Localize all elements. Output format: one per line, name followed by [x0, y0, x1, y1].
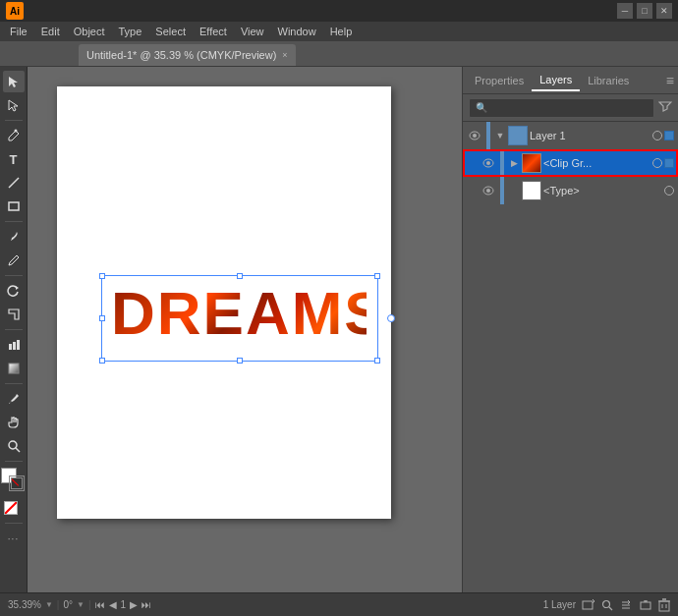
layer1-thumbnail: [508, 126, 528, 145]
rotation-value: 0°: [63, 599, 73, 610]
zoom-tool-button[interactable]: [3, 435, 25, 457]
layer-row-type[interactable]: <Type>: [463, 177, 678, 204]
search-icon: 🔍: [476, 102, 487, 113]
svg-line-1: [9, 178, 19, 188]
layer1-visibility-toggle[interactable]: [467, 128, 482, 143]
paintbrush-tool-button[interactable]: [3, 226, 25, 248]
title-bar: Ai ─ □ ✕: [0, 0, 678, 22]
layer1-name: Layer 1: [530, 130, 650, 141]
type-visibility-toggle[interactable]: [480, 183, 496, 198]
scale-tool-button[interactable]: [3, 304, 25, 325]
layer1-target-icon[interactable]: [652, 131, 662, 140]
layer1-select-icon[interactable]: [664, 131, 674, 140]
maximize-button[interactable]: □: [637, 3, 652, 19]
layer-count: 1 Layer: [543, 599, 576, 610]
svg-rect-6: [9, 364, 19, 373]
layer1-expand-arrow[interactable]: ▼: [494, 130, 506, 141]
pencil-tool-button[interactable]: [3, 250, 25, 271]
svg-point-0: [14, 130, 17, 133]
menu-file[interactable]: File: [4, 24, 33, 39]
rotate-tool-button[interactable]: [3, 280, 25, 302]
window-controls[interactable]: ─ □ ✕: [617, 3, 672, 19]
menu-edit[interactable]: Edit: [35, 24, 66, 39]
panel-menu-button[interactable]: ≡: [666, 73, 674, 88]
clipgroup-select-icon[interactable]: [664, 158, 674, 168]
more-tools-button[interactable]: ···: [3, 528, 25, 549]
zoom-dropdown-icon[interactable]: ▼: [45, 600, 53, 609]
toolbar-separator-5: [5, 383, 23, 384]
type-color-bar: [500, 177, 504, 204]
hand-tool-button[interactable]: [3, 412, 25, 433]
search-layers-icon[interactable]: [601, 599, 613, 611]
close-button[interactable]: ✕: [656, 3, 672, 19]
status-bar: 35.39% ▼ | 0° ▼ | ⏮ ◀ 1 ▶ ⏭ 1 Layer: [0, 592, 678, 616]
clipgroup-visibility-toggle[interactable]: [480, 155, 496, 171]
nav-next-btn[interactable]: ▶: [130, 599, 138, 610]
svg-rect-16: [583, 601, 593, 609]
title-bar-left: Ai: [6, 2, 24, 20]
pen-tool-button[interactable]: [3, 125, 25, 146]
delete-layer-icon[interactable]: [658, 598, 670, 612]
type-target-icon[interactable]: [664, 186, 674, 196]
zoom-value: 35.39%: [8, 599, 41, 610]
text-tool-button[interactable]: T: [3, 148, 25, 170]
nav-first-btn[interactable]: ⏮: [95, 599, 105, 610]
dreams-text: DREAMS: [111, 283, 367, 344]
svg-rect-4: [13, 342, 16, 350]
clipgroup-target-icon[interactable]: [652, 158, 662, 168]
menu-effect[interactable]: Effect: [194, 24, 233, 39]
clipgroup-expand-arrow[interactable]: ▶: [508, 157, 520, 169]
nav-last-btn[interactable]: ⏭: [141, 599, 151, 610]
menu-object[interactable]: Object: [68, 24, 111, 39]
svg-line-9: [5, 502, 17, 514]
menu-view[interactable]: View: [235, 24, 270, 39]
artboard-number: 1: [121, 599, 127, 610]
svg-line-8: [16, 448, 20, 452]
layer-row-clipgroup[interactable]: ▶ <Clip Gr...: [463, 149, 678, 177]
menu-help[interactable]: Help: [324, 24, 359, 39]
clipgroup-color-bar: [500, 149, 504, 177]
svg-rect-5: [17, 340, 20, 350]
svg-rect-19: [641, 602, 650, 609]
panel-option-icon[interactable]: [619, 598, 633, 612]
status-right: 1 Layer: [543, 598, 670, 612]
clipgroup-right-icons: [652, 158, 674, 168]
menu-select[interactable]: Select: [149, 24, 192, 39]
menu-bar: File Edit Object Type Select Effect View…: [0, 22, 678, 41]
menu-type[interactable]: Type: [113, 24, 148, 39]
rotation-dropdown-icon[interactable]: ▼: [77, 600, 85, 609]
left-toolbar: T: [0, 67, 28, 592]
menu-window[interactable]: Window: [272, 24, 322, 39]
document-tab[interactable]: Untitled-1* @ 35.39 % (CMYK/Preview) ×: [79, 44, 296, 66]
right-panel: Properties Layers Libraries ≡ 🔍 ▼: [462, 67, 678, 592]
tab-layers[interactable]: Layers: [532, 70, 580, 91]
toolbar-separator-6: [5, 461, 23, 462]
eyedropper-tool-button[interactable]: [3, 388, 25, 410]
fill-stroke-swatches[interactable]: [1, 468, 27, 493]
gradient-tool-button[interactable]: [3, 358, 25, 379]
none-color-button[interactable]: [2, 499, 26, 519]
new-layer-from-artboard-icon[interactable]: [582, 598, 595, 612]
layer1-color-bar: [486, 122, 490, 149]
direct-select-tool-button[interactable]: [3, 94, 25, 116]
filter-icon[interactable]: [658, 99, 672, 116]
tab-libraries[interactable]: Libraries: [580, 71, 637, 90]
add-layer-icon[interactable]: [639, 598, 652, 612]
status-divider-2: |: [88, 599, 91, 610]
minimize-button[interactable]: ─: [617, 3, 633, 19]
layer-row-layer1[interactable]: ▼ Layer 1: [463, 122, 678, 149]
svg-point-13: [486, 161, 490, 165]
canvas-area[interactable]: DREAMS: [28, 67, 462, 592]
graph-tool-button[interactable]: [3, 334, 25, 356]
status-divider-1: |: [57, 599, 60, 610]
type-thumbnail: [522, 181, 541, 200]
line-tool-button[interactable]: [3, 172, 25, 194]
type-right-icons: [664, 186, 674, 196]
document-tab-close[interactable]: ×: [282, 50, 287, 60]
tab-properties[interactable]: Properties: [467, 71, 532, 90]
nav-prev-btn[interactable]: ◀: [109, 599, 117, 610]
rect-tool-button[interactable]: [3, 196, 25, 217]
layers-search-box[interactable]: 🔍: [469, 98, 654, 118]
toolbar-separator-2: [5, 221, 23, 222]
select-tool-button[interactable]: [3, 71, 25, 92]
